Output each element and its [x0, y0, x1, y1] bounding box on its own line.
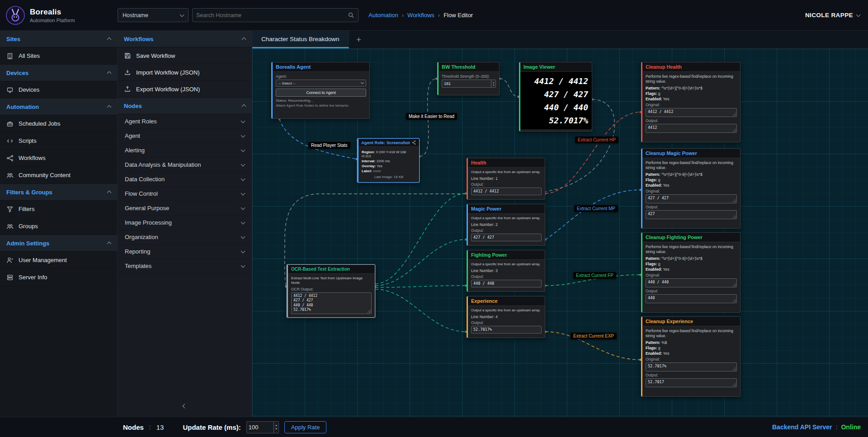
node-cleanup-experience[interactable]: Cleanup Experience Performs live regex-b…: [641, 316, 741, 397]
stat-line: 440 / 440: [524, 101, 588, 114]
node-bw-threshold[interactable]: BW Threshold Threshold Strength (0–255):…: [437, 62, 500, 95]
edge-label-extract-fp[interactable]: Extract Current FP: [573, 272, 616, 279]
sidebar-item-filters[interactable]: Filters: [0, 201, 117, 218]
user-menu[interactable]: NICOLE RAPPE: [805, 12, 860, 19]
import-workflow-button[interactable]: Import Workflow (JSON): [118, 64, 252, 81]
tab-character-status-breakdown[interactable]: Character Status Breakdown: [252, 31, 349, 48]
sidebar-item-server-info[interactable]: Server Info: [0, 269, 117, 286]
connect-agent-button[interactable]: Connect to Agent: [276, 89, 366, 97]
edge-label-make-it-easier[interactable]: Make it Easier to Read: [406, 113, 457, 120]
workflow-share-icon: [6, 155, 14, 162]
output-textarea[interactable]: 427: [646, 210, 737, 219]
new-tab-button[interactable]: +: [349, 31, 369, 48]
chevron-up-icon: [242, 38, 246, 42]
node-magic-power[interactable]: Magic Power Output a specific line from …: [467, 204, 545, 246]
category-label: Alerting: [125, 147, 145, 154]
node-category-organization[interactable]: Organization: [118, 230, 252, 244]
node-ocr-text-extraction[interactable]: OCR-Based Text Extraction Extract Multi-…: [287, 264, 375, 318]
edge-label-read-player-stats[interactable]: Read Player Stats: [308, 142, 350, 149]
original-textarea[interactable]: 440 / 440: [646, 278, 737, 287]
line-number-label: Line Number:: [471, 176, 495, 181]
node-image-viewer[interactable]: Image Viewer 4412 / 4412 427 / 427 440 /…: [519, 62, 592, 132]
node-category-data-analysis[interactable]: Data Analysis & Manipulation: [118, 158, 252, 172]
item-label: All Sites: [19, 52, 40, 59]
node-category-reporting[interactable]: Reporting: [118, 244, 252, 259]
sidebar-item-all-sites[interactable]: All Sites: [0, 47, 117, 65]
flags-value: g: [658, 262, 660, 266]
chevron-up-icon: [107, 71, 112, 76]
edge-label-extract-mp[interactable]: Extract Current MP: [574, 205, 618, 212]
node-category-alerting[interactable]: Alerting: [118, 143, 252, 158]
share-icon[interactable]: [411, 140, 416, 145]
workflows-panel-header[interactable]: Workflows: [118, 31, 252, 47]
category-label: Agent: [125, 132, 140, 139]
output-textarea[interactable]: 52.7017: [646, 378, 737, 387]
pattern-value: %$: [661, 340, 667, 345]
chevron-up-icon: [107, 38, 112, 42]
node-cleanup-magic-power[interactable]: Cleanup Magic Power Performs live regex-…: [641, 148, 741, 229]
node-cleanup-health[interactable]: Cleanup Health Performs live regex-based…: [641, 62, 741, 142]
node-cleanup-fighting-power[interactable]: Cleanup Fighting Power Performs live reg…: [641, 232, 741, 313]
sidebar-section-filters-groups[interactable]: Filters & Groups: [0, 184, 117, 201]
update-rate-input[interactable]: [247, 422, 274, 433]
node-category-general-purpose[interactable]: General Purpose: [118, 201, 252, 216]
hostname-dropdown[interactable]: Hostname: [118, 8, 189, 22]
output-field[interactable]: [471, 326, 542, 334]
sidebar-section-automation[interactable]: Automation: [0, 99, 117, 115]
wire-ocr-to-fighting: [375, 286, 466, 287]
original-label: Original:: [646, 357, 737, 362]
node-borealis-agent[interactable]: Borealis Agent Agent: -- Select -- Conne…: [271, 62, 370, 119]
people-icon: [6, 223, 14, 230]
sidebar-section-admin-settings[interactable]: Admin Settings: [0, 235, 117, 252]
number-spinner[interactable]: ▴▾: [491, 80, 495, 87]
edge-label-extract-hp[interactable]: Extract Current HP: [575, 136, 618, 143]
original-textarea[interactable]: 427 / 427: [646, 194, 737, 203]
node-fighting-power[interactable]: Fighting Power Output a specific line fr…: [467, 250, 545, 292]
sidebar-item-devices[interactable]: Devices: [0, 81, 117, 99]
nodes-panel-header[interactable]: Nodes: [118, 98, 252, 114]
output-field[interactable]: [471, 280, 542, 287]
agent-select[interactable]: -- Select --: [276, 80, 366, 87]
breadcrumb-automation[interactable]: Automation: [368, 12, 398, 19]
node-agent-role-screenshot[interactable]: Agent Role: Screenshot Region: X:200 Y:4…: [357, 138, 420, 183]
node-category-templates[interactable]: Templates: [118, 259, 252, 273]
node-title: BW Threshold: [442, 64, 476, 70]
node-category-data-collection[interactable]: Data Collection: [118, 172, 252, 187]
output-textarea[interactable]: 4412: [646, 124, 737, 133]
original-textarea[interactable]: 4412 / 4412: [646, 108, 737, 117]
collapse-panel-button[interactable]: [178, 401, 192, 412]
node-description: Performs live regex-based find/replace o…: [646, 329, 737, 338]
node-category-agent-roles[interactable]: Agent Roles: [118, 114, 252, 129]
original-textarea[interactable]: 52.7017%: [646, 362, 737, 371]
output-field[interactable]: [471, 188, 542, 195]
flow-canvas[interactable]: Borealis Agent Agent: -- Select -- Conne…: [252, 49, 868, 417]
save-workflow-button[interactable]: Save Workflow: [118, 47, 252, 64]
number-spinner[interactable]: ▴▾: [274, 422, 278, 433]
sidebar-item-user-management[interactable]: User Management: [0, 252, 117, 269]
sidebar-item-community-content[interactable]: Community Content: [0, 167, 117, 184]
chevron-up-icon: [107, 242, 112, 246]
node-category-flow-control[interactable]: Flow Control: [118, 187, 252, 201]
wire-ocr-to-experience: [375, 289, 466, 332]
sidebar-item-workflows[interactable]: Workflows: [0, 150, 117, 167]
search-input[interactable]: [196, 12, 348, 19]
sidebar-item-scheduled-jobs[interactable]: Scheduled Jobs: [0, 115, 117, 132]
line-number-label: Line Number:: [471, 268, 495, 273]
apply-rate-button[interactable]: Apply Rate: [284, 421, 327, 433]
threshold-input[interactable]: [442, 80, 491, 87]
sidebar-section-devices[interactable]: Devices: [0, 65, 117, 81]
node-category-agent[interactable]: Agent: [118, 129, 252, 143]
sidebar-section-sites[interactable]: Sites: [0, 31, 117, 47]
node-health[interactable]: Health Output a specific line from an up…: [467, 158, 545, 200]
sidebar-item-groups[interactable]: Groups: [0, 218, 117, 235]
node-category-image-processing[interactable]: Image Processing: [118, 216, 252, 230]
ocr-output-textarea[interactable]: 4412 / 4412 427 / 427 440 / 440 52.7017%: [291, 292, 372, 314]
sidebar-item-scripts[interactable]: Scripts: [0, 132, 117, 150]
breadcrumb-workflows[interactable]: Workflows: [407, 12, 434, 19]
output-textarea[interactable]: 440: [646, 294, 737, 303]
export-workflow-button[interactable]: Export Workflow (JSON): [118, 81, 252, 98]
section-label: Automation: [6, 103, 39, 110]
output-field[interactable]: [471, 234, 542, 241]
edge-label-extract-exp[interactable]: Extract Current EXP: [571, 333, 617, 339]
node-experience[interactable]: Experience Output a specific line from a…: [467, 296, 545, 338]
